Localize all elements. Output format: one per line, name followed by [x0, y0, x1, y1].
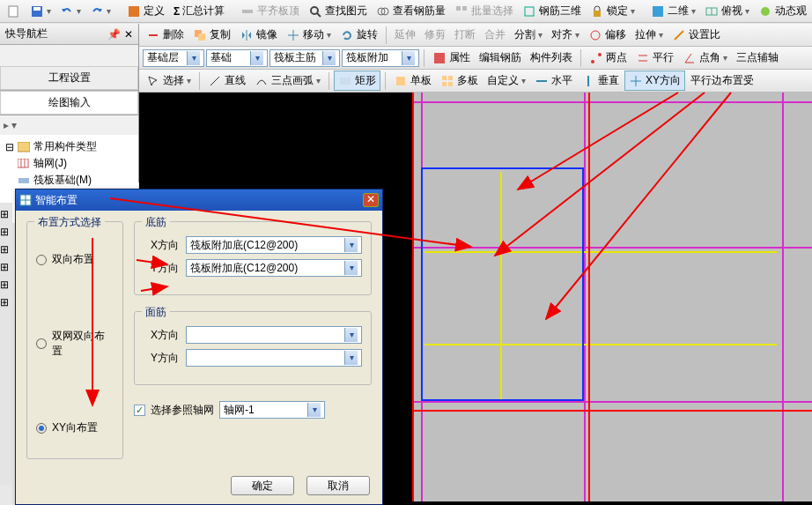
raft-main-combo[interactable]: 筏板主筋▾: [269, 49, 340, 67]
vert-button[interactable]: 垂直: [578, 71, 623, 90]
svg-rect-2: [33, 7, 41, 11]
xy-dir-button[interactable]: XY方向: [624, 71, 685, 91]
tree-toggle-icon[interactable]: ▸ ▾: [0, 115, 138, 135]
svg-rect-0: [9, 6, 18, 17]
2d-button[interactable]: 二维▾: [647, 2, 699, 20]
batch-select-button[interactable]: 批量选择: [451, 2, 517, 20]
overlook-button[interactable]: 俯视▾: [701, 2, 753, 20]
select-button[interactable]: 选择▾: [143, 71, 195, 90]
radio-double-net[interactable]: 双网双向布置: [36, 329, 114, 359]
raft-add-combo[interactable]: 筏板附加▾: [342, 49, 419, 67]
expand-icon[interactable]: ⊞: [0, 243, 12, 256]
custom-button[interactable]: 自定义▾: [484, 71, 529, 90]
rebar-3d-button[interactable]: 钢筋三维: [519, 2, 585, 20]
svg-rect-3: [129, 6, 139, 17]
edit-rebar-button[interactable]: 编辑钢筋: [476, 48, 525, 67]
component-toolbar: 基础层▾ 基础▾ 筏板主筋▾ 筏板附加▾ 属性 编辑钢筋 构件列表 两点 平行 …: [139, 47, 812, 70]
radio-xy[interactable]: XY向布置: [36, 420, 114, 435]
pt-angle-button[interactable]: 点角▾: [679, 48, 731, 67]
ok-button[interactable]: 确定: [231, 476, 294, 495]
sum-calc-button[interactable]: Σ汇总计算: [170, 2, 228, 20]
svg-rect-37: [442, 82, 447, 86]
offset-button[interactable]: 偏移: [585, 26, 630, 44]
view-rebar-button[interactable]: 查看钢筋量: [373, 2, 449, 20]
break-button[interactable]: 打断: [451, 26, 479, 44]
svg-rect-27: [434, 53, 445, 63]
expand-icon[interactable]: ⊞: [0, 278, 12, 291]
parallel-button[interactable]: 平行: [632, 48, 677, 67]
extend-button[interactable]: 延伸: [391, 26, 419, 44]
single-button[interactable]: 单板: [390, 71, 435, 90]
mirror-button[interactable]: 镜像: [236, 26, 281, 44]
side-expand-bar: ⊞⊞⊞⊞⊞⊞: [0, 203, 12, 485]
svg-rect-18: [18, 159, 28, 167]
close-panel-icon[interactable]: ✕: [124, 28, 133, 41]
edit-toolbar: 删除 复制 镜像 移动▾ 旋转 延伸 修剪 打断 合并 分割▾ 对齐▾ 偏移 拉…: [139, 24, 812, 47]
top-x-combo[interactable]: ▾: [186, 326, 362, 344]
svg-rect-17: [18, 142, 30, 152]
dyn-obs-button[interactable]: 动态观: [755, 2, 810, 20]
svg-rect-33: [340, 78, 351, 85]
comp-list-button[interactable]: 构件列表: [527, 48, 576, 67]
floor-combo[interactable]: 基础层▾: [143, 49, 204, 67]
move-button[interactable]: 移动▾: [283, 26, 335, 44]
pin-icon[interactable]: 📌: [107, 28, 121, 41]
tab-draw-input[interactable]: 绘图输入: [0, 91, 138, 115]
top-y-combo[interactable]: ▾: [186, 349, 362, 367]
bottom-y-combo[interactable]: 筏板附加底(C12@200)▾: [186, 259, 362, 277]
svg-rect-38: [448, 82, 453, 86]
base-combo[interactable]: 基础▾: [206, 49, 268, 67]
expand-icon[interactable]: ⊞: [0, 296, 12, 308]
nav-panel: 快导航栏 📌✕ 工程设置 绘图输入 ▸ ▾ ⊟ 常用构件类型 轴网(J) 筏板基…: [0, 24, 139, 182]
svg-point-16: [761, 7, 770, 16]
parallel-edge-button[interactable]: 平行边布置受: [687, 71, 757, 90]
tree-raft-base[interactable]: 筏板基础(M): [4, 172, 135, 189]
tree-root[interactable]: ⊟ 常用构件类型: [4, 138, 135, 155]
find-elem-button[interactable]: 查找图元: [305, 2, 371, 20]
stretch-button[interactable]: 拉伸▾: [631, 26, 667, 44]
ref-axis-checkbox[interactable]: ✓: [134, 405, 145, 416]
split-button[interactable]: 分割▾: [511, 26, 546, 44]
ref-axis-row: ✓ 选择参照轴网 轴网-1▾: [134, 401, 372, 419]
multi-button[interactable]: 多板: [437, 71, 482, 90]
setup-button[interactable]: 设置比: [668, 26, 724, 44]
level-top-button[interactable]: 平齐板顶: [237, 2, 303, 20]
radio-two-way[interactable]: 双向布置: [36, 252, 114, 267]
rotate-button[interactable]: 旋转: [336, 26, 381, 44]
new-icon[interactable]: [4, 3, 25, 20]
nav-panel-title: 快导航栏 📌✕: [0, 24, 138, 45]
two-pt-button[interactable]: 两点: [586, 48, 631, 67]
undo-icon[interactable]: ▾: [56, 3, 85, 20]
dialog-close-button[interactable]: ✕: [363, 193, 379, 207]
redo-icon[interactable]: ▾: [86, 3, 114, 20]
dialog-titlebar[interactable]: 智能布置 ✕: [16, 189, 382, 211]
save-icon[interactable]: ▾: [26, 3, 55, 20]
lock-button[interactable]: 锁定▾: [587, 2, 639, 20]
tab-project-settings[interactable]: 工程设置: [0, 66, 138, 90]
define-button[interactable]: 定义: [123, 2, 168, 20]
align-button[interactable]: 对齐▾: [548, 26, 583, 44]
axis-combo[interactable]: 轴网-1▾: [219, 401, 325, 419]
merge-button[interactable]: 合并: [481, 26, 509, 44]
trim-button[interactable]: 修剪: [421, 26, 449, 44]
draw-toolbar: 选择▾ 直线 三点画弧▾ 矩形 单板 多板 自定义▾ 水平 垂直 XY方向 平行…: [139, 70, 812, 93]
expand-icon[interactable]: ⊞: [0, 261, 12, 273]
arc-3pt-button[interactable]: 三点画弧▾: [251, 71, 324, 90]
expand-icon[interactable]: ⊞: [0, 208, 12, 220]
cancel-button[interactable]: 取消: [306, 476, 370, 495]
svg-rect-11: [525, 7, 534, 16]
delete-button[interactable]: 删除: [143, 26, 188, 44]
bottom-x-combo[interactable]: 筏板附加底(C12@200)▾: [186, 236, 362, 254]
svg-rect-35: [442, 76, 447, 80]
three-aux-button[interactable]: 三点辅轴: [733, 48, 782, 67]
tree-axis[interactable]: 轴网(J): [4, 155, 135, 172]
copy-button[interactable]: 复制: [189, 26, 234, 44]
horiz-button[interactable]: 水平: [531, 71, 576, 90]
expand-icon[interactable]: ⊞: [0, 226, 12, 238]
property-button[interactable]: 属性: [429, 48, 474, 67]
svg-line-6: [317, 13, 321, 17]
svg-rect-21: [18, 178, 29, 183]
rect-button[interactable]: 矩形: [334, 71, 380, 91]
svg-point-29: [598, 53, 602, 56]
line-button[interactable]: 直线: [204, 71, 249, 90]
